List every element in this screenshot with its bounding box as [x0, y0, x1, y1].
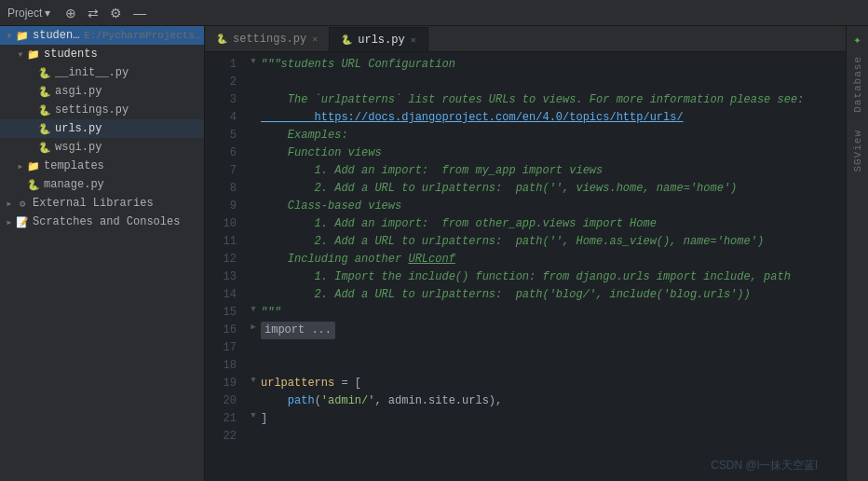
sidebar-item-external-libs[interactable]: ▶ ⚙ External Libraries — [0, 194, 204, 213]
code-line-21: ▼] — [248, 410, 846, 428]
code-line-6: Function views — [248, 144, 846, 162]
sidebar-item-wsgi[interactable]: 🐍 wsgi.py — [0, 138, 204, 157]
code-line-8: 2. Add a URL to urlpatterns: path('', vi… — [248, 180, 846, 198]
root-label: students — [33, 29, 80, 42]
fold-13 — [248, 268, 259, 280]
tab-bar: 🐍 settings.py ✕ 🐍 urls.py ✕ — [205, 26, 846, 52]
settings-label: settings.py — [55, 103, 129, 117]
settings-tab-close-icon[interactable]: ✕ — [312, 34, 318, 45]
fold-16[interactable]: ▶ — [248, 322, 259, 333]
code-line-17 — [248, 339, 846, 357]
sidebar-item-asgi[interactable]: 🐍 asgi.py — [0, 82, 204, 101]
sidebar-item-scratches[interactable]: ▶ 📝 Scratches and Consoles — [0, 213, 204, 231]
fold-21[interactable]: ▼ — [248, 410, 259, 421]
code-line-16: ▶import ... — [248, 322, 846, 339]
code-line-20: path('admin/', admin.site.urls), — [248, 392, 846, 410]
code-line-1: ▼"""students URL Configuration — [248, 56, 846, 74]
urls-tab-py-icon: 🐍 — [341, 34, 352, 46]
code-line-11: 2. Add a URL to urlpatterns: path('', Ho… — [248, 233, 846, 251]
wsgi-arrow-icon — [26, 142, 37, 153]
code-line-9: Class-based views — [248, 198, 846, 215]
main-layout: ▼ 📁 students E:/PycharmProjects/stu ▼ 📁 … — [0, 26, 868, 481]
init-arrow-icon — [26, 67, 37, 78]
ext-lib-label: External Libraries — [33, 197, 154, 210]
code-line-22 — [248, 428, 846, 446]
fold-14 — [248, 286, 259, 297]
asgi-arrow-icon — [26, 86, 37, 97]
root-folder-icon: 📁 — [15, 28, 30, 43]
fold-22 — [248, 428, 259, 439]
code-content[interactable]: ▼"""students URL Configuration The `urlp… — [244, 52, 846, 481]
settings-tab-py-icon: 🐍 — [216, 34, 227, 45]
title-bar: Project ▾ ⊕ ⇄ ⚙ — — [0, 0, 868, 26]
sgview-label[interactable]: SGView — [852, 126, 863, 176]
code-line-12: Including another URLconf — [248, 251, 846, 268]
urls-tab-close-icon[interactable]: ✕ — [411, 34, 416, 46]
sidebar-item-manage[interactable]: 🐍 manage.py — [0, 175, 204, 194]
sidebar-root[interactable]: ▼ 📁 students E:/PycharmProjects/stu — [0, 26, 204, 45]
title-bar-left: Project ▾ ⊕ ⇄ ⚙ — — [7, 4, 148, 22]
ext-lib-icon: ⚙ — [15, 196, 30, 211]
code-line-15: ▼""" — [248, 304, 846, 322]
scratch-arrow-icon: ▶ — [4, 216, 15, 227]
scratch-icon: 📝 — [15, 214, 30, 229]
fold-8 — [248, 180, 259, 191]
fold-19[interactable]: ▼ — [248, 375, 259, 386]
code-line-3: The `urlpatterns` list routes URLs to vi… — [248, 91, 846, 109]
urls-tab-label: urls.py — [358, 34, 404, 47]
sidebar-item-students-folder[interactable]: ▼ 📁 students — [0, 45, 204, 63]
project-button[interactable]: Project ▾ — [7, 7, 50, 20]
database-icon: ✦ — [848, 30, 867, 48]
code-line-13: 1. Import the include() function: from d… — [248, 268, 846, 286]
fold-12 — [248, 251, 259, 262]
fold-15[interactable]: ▼ — [248, 304, 259, 315]
urls-arrow-icon — [26, 123, 37, 134]
init-label: __init__.py — [55, 66, 129, 79]
settings-py-icon: 🐍 — [37, 103, 52, 117]
fold-10 — [248, 215, 259, 227]
asgi-label: asgi.py — [55, 85, 102, 98]
fold-5 — [248, 127, 259, 138]
tab-settings[interactable]: 🐍 settings.py ✕ — [205, 27, 330, 51]
code-line-10: 1. Add an import: from other_app.views i… — [248, 215, 846, 233]
templates-folder-icon: 📁 — [26, 158, 41, 173]
code-line-7: 1. Add an import: from my_app import vie… — [248, 162, 846, 180]
dropdown-arrow-icon: ▾ — [45, 7, 50, 20]
project-label: Project — [7, 7, 42, 20]
ext-arrow-icon: ▶ — [4, 198, 15, 209]
students-folder-icon: 📁 — [26, 47, 41, 62]
asgi-py-icon: 🐍 — [37, 84, 52, 99]
fold-18 — [248, 357, 259, 368]
settings-icon[interactable]: ⚙ — [108, 4, 124, 22]
code-line-4: https://docs.djangoproject.com/en/4.0/to… — [248, 109, 846, 127]
title-icons: ⊕ ⇄ ⚙ — — [63, 4, 148, 22]
code-line-19: ▼urlpatterns = [ — [248, 375, 846, 392]
collapse-icon[interactable]: — — [131, 4, 148, 22]
fold-17 — [248, 339, 259, 350]
tab-urls[interactable]: 🐍 urls.py ✕ — [330, 27, 427, 51]
scratch-label: Scratches and Consoles — [33, 215, 180, 228]
manage-label: manage.py — [44, 178, 104, 191]
fold-3 — [248, 91, 259, 103]
fold-2 — [248, 74, 259, 85]
fold-1[interactable]: ▼ — [248, 56, 259, 67]
fold-9 — [248, 198, 259, 209]
code-line-18 — [248, 357, 846, 375]
sidebar-item-settings[interactable]: 🐍 settings.py — [0, 101, 204, 119]
students-folder-label: students — [44, 48, 98, 61]
init-py-icon: 🐍 — [37, 65, 52, 80]
fold-4 — [248, 109, 259, 120]
right-sidebar: ✦ Database SGView — [846, 26, 868, 481]
sidebar-item-urls[interactable]: 🐍 urls.py — [0, 119, 204, 138]
sync-icon[interactable]: ⇄ — [86, 4, 101, 22]
settings-arrow-icon — [26, 104, 37, 116]
sidebar: ▼ 📁 students E:/PycharmProjects/stu ▼ 📁 … — [0, 26, 205, 481]
sidebar-item-templates[interactable]: ▶ 📁 templates — [0, 157, 204, 175]
code-line-5: Examples: — [248, 127, 846, 144]
sidebar-item-init[interactable]: 🐍 __init__.py — [0, 63, 204, 82]
fold-6 — [248, 144, 259, 156]
code-line-14: 2. Add a URL to urlpatterns: path('blog/… — [248, 286, 846, 304]
database-label[interactable]: Database — [852, 52, 863, 117]
code-line-2 — [248, 74, 846, 91]
new-file-icon[interactable]: ⊕ — [63, 4, 78, 22]
